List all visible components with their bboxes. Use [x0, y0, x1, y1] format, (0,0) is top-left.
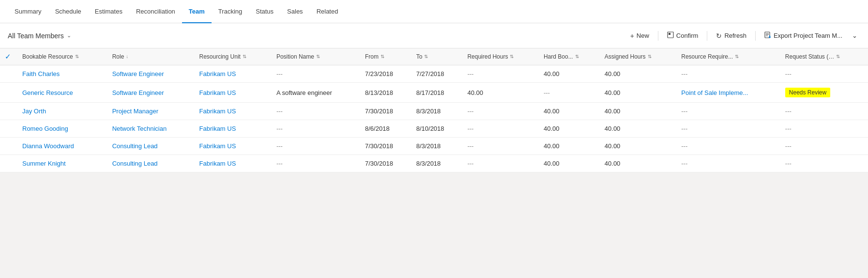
sort-icon-resource-req: ⇅	[735, 54, 739, 59]
cell-position-name: ---	[272, 103, 360, 120]
cell-required-hours: ---	[462, 65, 539, 83]
cell-request-status: ---	[780, 103, 868, 120]
resourcing-unit-link[interactable]: Fabrikam US	[199, 160, 236, 167]
cell-assigned-hours: 40.00	[600, 103, 676, 120]
cell-resource: Summer Knight	[17, 155, 107, 172]
row-checkbox[interactable]	[0, 103, 17, 120]
nav-tracking[interactable]: Tracking	[212, 0, 249, 23]
more-button[interactable]: ⌄	[849, 30, 860, 42]
cell-resource-require: ---	[676, 65, 780, 83]
header-to[interactable]: To ⇅	[411, 48, 463, 65]
header-hard-boo[interactable]: Hard Boo... ⇅	[539, 48, 600, 65]
role-link[interactable]: Network Technician	[112, 125, 167, 132]
nav-schedule[interactable]: Schedule	[48, 0, 88, 23]
resource-require-value: ---	[681, 160, 687, 167]
from-value: 7/30/2018	[365, 108, 393, 115]
resourcing-unit-link[interactable]: Fabrikam US	[199, 70, 236, 77]
hard-boo-value: 40.00	[544, 70, 560, 77]
sort-icon-to: ⇅	[424, 54, 428, 59]
nav-team[interactable]: Team	[182, 0, 212, 23]
role-link[interactable]: Project Manager	[112, 108, 158, 115]
resource-require-value: ---	[681, 70, 687, 77]
header-request-status-label: Request Status (…	[785, 53, 834, 60]
resource-link[interactable]: Faith Charles	[22, 70, 60, 77]
role-link[interactable]: Software Engineer	[112, 89, 164, 96]
cell-to: 8/3/2018	[411, 138, 463, 155]
from-value: 8/13/2018	[365, 89, 393, 96]
chevron-down-icon[interactable]: ⌄	[67, 32, 71, 39]
resourcing-unit-link[interactable]: Fabrikam US	[199, 142, 236, 150]
cell-to: 8/3/2018	[411, 155, 463, 172]
cell-resourcing-unit: Fabrikam US	[195, 103, 272, 120]
row-checkbox[interactable]	[0, 83, 17, 103]
confirm-label: Confirm	[676, 32, 699, 39]
row-checkbox[interactable]	[0, 65, 17, 83]
cell-resourcing-unit: Fabrikam US	[195, 120, 272, 138]
new-button[interactable]: + New	[625, 30, 654, 42]
hard-boo-value: 40.00	[544, 142, 560, 150]
resource-require-value: ---	[681, 142, 687, 150]
export-button[interactable]: Export Project Team M...	[760, 29, 847, 42]
header-resourcing-unit[interactable]: Resourcing Unit ⇅	[195, 48, 272, 65]
cell-resource-require: Point of Sale Impleme...	[676, 83, 780, 103]
cell-from: 7/30/2018	[360, 155, 411, 172]
confirm-button[interactable]: Confirm	[662, 29, 703, 42]
header-role[interactable]: Role ↓	[107, 48, 195, 65]
resourcing-unit-link[interactable]: Fabrikam US	[199, 108, 236, 115]
row-checkbox[interactable]	[0, 155, 17, 172]
header-bookable-resource[interactable]: Bookable Resource ⇅	[17, 48, 107, 65]
nav-reconciliation[interactable]: Reconciliation	[129, 0, 182, 23]
header-resource-require[interactable]: Resource Require... ⇅	[676, 48, 780, 65]
toolbar-left: All Team Members ⌄	[8, 32, 71, 40]
position-name-value: A software engineer	[276, 89, 332, 96]
resource-link[interactable]: Jay Orth	[22, 108, 46, 115]
header-checkbox[interactable]: ✓	[0, 48, 17, 65]
nav-estimates[interactable]: Estimates	[88, 0, 129, 23]
header-request-status[interactable]: Request Status (… ⇅	[780, 48, 868, 65]
row-checkbox[interactable]	[0, 138, 17, 155]
resourcing-unit-link[interactable]: Fabrikam US	[199, 89, 236, 96]
resource-link[interactable]: Dianna Woodward	[22, 142, 74, 150]
nav-related[interactable]: Related	[310, 0, 345, 23]
cell-required-hours: ---	[462, 103, 539, 120]
cell-role: Consulting Lead	[107, 155, 195, 172]
position-name-value: ---	[276, 160, 283, 167]
from-value: 7/23/2018	[365, 70, 393, 77]
resource-require-value: ---	[681, 108, 687, 115]
row-checkbox[interactable]	[0, 120, 17, 138]
header-position-name[interactable]: Position Name ⇅	[272, 48, 360, 65]
position-name-value: ---	[276, 142, 283, 150]
header-required-hours[interactable]: Required Hours ⇅	[462, 48, 539, 65]
refresh-button[interactable]: ↻ Refresh	[711, 30, 751, 42]
cell-request-status: Needs Review	[780, 83, 868, 103]
role-link[interactable]: Consulting Lead	[112, 160, 158, 167]
sort-icon-assigned: ⇅	[648, 54, 652, 59]
resource-link[interactable]: Romeo Gooding	[22, 125, 68, 132]
resource-link[interactable]: Summer Knight	[22, 160, 66, 167]
header-position-name-label: Position Name	[276, 53, 314, 60]
header-assigned-hours[interactable]: Assigned Hours ⇅	[600, 48, 676, 65]
cell-hard-boo: ---	[539, 83, 600, 103]
confirm-icon	[667, 31, 674, 40]
to-value: 7/27/2018	[416, 70, 444, 77]
nav-summary[interactable]: Summary	[8, 0, 48, 23]
assigned-hours-value: 40.00	[605, 89, 621, 96]
cell-from: 8/13/2018	[360, 83, 411, 103]
nav-status[interactable]: Status	[249, 0, 280, 23]
header-from[interactable]: From ⇅	[360, 48, 411, 65]
check-icon: ✓	[5, 52, 11, 61]
hard-boo-value: ---	[544, 89, 550, 96]
separator-2	[707, 31, 707, 41]
cell-resourcing-unit: Fabrikam US	[195, 155, 272, 172]
nav-sales[interactable]: Sales	[280, 0, 310, 23]
sort-icon-from: ⇅	[381, 54, 384, 59]
required-hours-value: ---	[467, 70, 473, 77]
resource-require-link[interactable]: Point of Sale Impleme...	[681, 89, 748, 96]
resourcing-unit-link[interactable]: Fabrikam US	[199, 125, 236, 132]
resource-link[interactable]: Generic Resource	[22, 89, 73, 96]
role-link[interactable]: Software Engineer	[112, 70, 164, 77]
cell-assigned-hours: 40.00	[600, 83, 676, 103]
cell-role: Network Technician	[107, 120, 195, 138]
role-link[interactable]: Consulting Lead	[112, 142, 158, 150]
cell-to: 8/17/2018	[411, 83, 463, 103]
